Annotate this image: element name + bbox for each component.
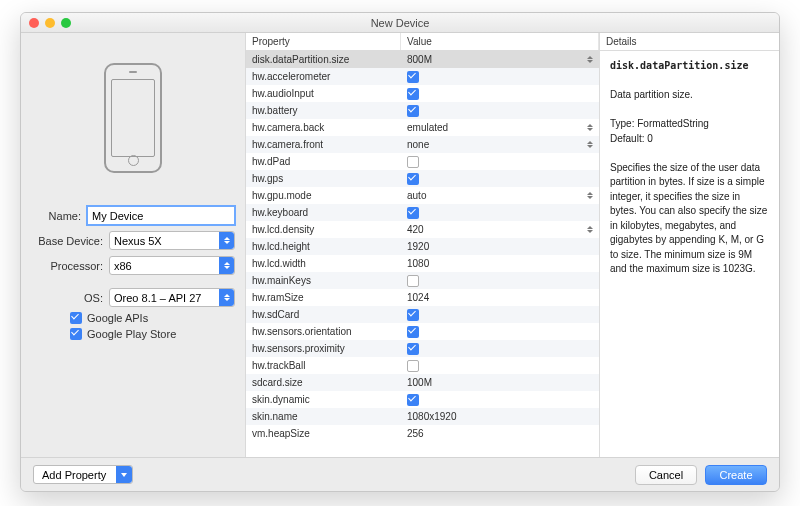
table-row[interactable]: hw.sensors.proximity [246, 340, 599, 357]
table-row[interactable]: hw.dPad [246, 153, 599, 170]
table-row[interactable]: hw.lcd.height1920 [246, 238, 599, 255]
table-row[interactable]: hw.battery [246, 102, 599, 119]
property-name: skin.name [246, 411, 401, 422]
property-name: disk.dataPartition.size [246, 54, 401, 65]
table-row[interactable]: vm.heapSize256 [246, 425, 599, 442]
stepper-icon[interactable] [587, 124, 593, 131]
value-text: 420 [407, 224, 424, 235]
value-text: 1024 [407, 292, 429, 303]
details-description: Specifies the size of the user data part… [610, 161, 769, 277]
stepper-icon[interactable] [587, 141, 593, 148]
property-name: hw.lcd.height [246, 241, 401, 252]
property-value[interactable] [401, 360, 599, 372]
processor-select[interactable]: x86 [109, 256, 235, 275]
property-value[interactable]: auto [401, 190, 599, 201]
table-row[interactable]: hw.camera.frontnone [246, 136, 599, 153]
property-name: hw.lcd.width [246, 258, 401, 269]
table-row[interactable]: hw.ramSize1024 [246, 289, 599, 306]
os-select[interactable]: Oreo 8.1 – API 27 [109, 288, 235, 307]
details-panel: Details disk.dataPartition.size Data par… [599, 33, 779, 457]
checkbox-checked-icon [407, 207, 419, 219]
table-row[interactable]: hw.audioInput [246, 85, 599, 102]
property-value[interactable] [401, 173, 599, 185]
property-value[interactable] [401, 326, 599, 338]
property-value[interactable]: 800M [401, 54, 599, 65]
checkbox-checked-icon [407, 88, 419, 100]
property-value[interactable]: 1024 [401, 292, 599, 303]
stepper-icon[interactable] [587, 226, 593, 233]
table-row[interactable]: disk.dataPartition.size800M [246, 51, 599, 68]
property-name: hw.camera.front [246, 139, 401, 150]
property-value[interactable] [401, 71, 599, 83]
property-value[interactable] [401, 394, 599, 406]
table-row[interactable]: hw.lcd.width1080 [246, 255, 599, 272]
property-value[interactable]: emulated [401, 122, 599, 133]
property-value[interactable] [401, 207, 599, 219]
property-value[interactable]: 1920 [401, 241, 599, 252]
table-row[interactable]: hw.sensors.orientation [246, 323, 599, 340]
property-value[interactable] [401, 88, 599, 100]
base-device-value: Nexus 5X [114, 235, 162, 247]
stepper-icon[interactable] [587, 192, 593, 199]
value-text: 100M [407, 377, 432, 388]
value-text: 1080 [407, 258, 429, 269]
device-illustration-icon [104, 63, 162, 173]
checkbox-checked-icon [407, 326, 419, 338]
table-row[interactable]: hw.accelerometer [246, 68, 599, 85]
property-name: hw.accelerometer [246, 71, 401, 82]
property-value[interactable] [401, 275, 599, 287]
value-text: 800M [407, 54, 432, 65]
details-title: disk.dataPartition.size [610, 59, 769, 74]
property-value[interactable]: 256 [401, 428, 599, 439]
table-row[interactable]: hw.lcd.density420 [246, 221, 599, 238]
property-value[interactable]: 1080 [401, 258, 599, 269]
processor-label: Processor: [31, 260, 103, 272]
value-text: 1080x1920 [407, 411, 457, 422]
property-name: hw.sdCard [246, 309, 401, 320]
table-row[interactable]: hw.trackBall [246, 357, 599, 374]
table-row[interactable]: hw.camera.backemulated [246, 119, 599, 136]
table-row[interactable]: sdcard.size100M [246, 374, 599, 391]
column-value[interactable]: Value [401, 33, 599, 50]
checkbox-checked-icon [70, 312, 82, 324]
table-row[interactable]: skin.dynamic [246, 391, 599, 408]
column-property[interactable]: Property [246, 33, 401, 50]
checkbox-checked-icon [407, 343, 419, 355]
chevron-updown-icon [219, 232, 234, 249]
create-button[interactable]: Create [705, 465, 767, 485]
table-row[interactable]: skin.name1080x1920 [246, 408, 599, 425]
google-play-checkbox[interactable]: Google Play Store [70, 328, 274, 340]
property-name: hw.keyboard [246, 207, 401, 218]
cancel-label: Cancel [649, 469, 683, 481]
sidebar: Name: Base Device: Nexus 5X Processor: x… [21, 33, 246, 457]
checkbox-unchecked-icon [407, 360, 419, 372]
table-row[interactable]: hw.sdCard [246, 306, 599, 323]
table-row[interactable]: hw.gps [246, 170, 599, 187]
name-input[interactable] [87, 206, 235, 225]
column-details: Details [600, 33, 779, 51]
table-row[interactable]: hw.keyboard [246, 204, 599, 221]
table-row[interactable]: hw.mainKeys [246, 272, 599, 289]
property-value[interactable]: 100M [401, 377, 599, 388]
add-property-label: Add Property [42, 469, 106, 481]
google-apis-checkbox[interactable]: Google APIs [70, 312, 274, 324]
property-value[interactable] [401, 309, 599, 321]
stepper-icon[interactable] [587, 56, 593, 63]
property-value[interactable] [401, 343, 599, 355]
property-value[interactable]: 1080x1920 [401, 411, 599, 422]
window-title: New Device [21, 17, 779, 29]
checkbox-checked-icon [407, 173, 419, 185]
base-device-select[interactable]: Nexus 5X [109, 231, 235, 250]
checkbox-checked-icon [407, 105, 419, 117]
property-value[interactable]: none [401, 139, 599, 150]
add-property-button[interactable]: Add Property [33, 465, 133, 484]
chevron-down-icon [116, 466, 132, 483]
table-row[interactable]: hw.gpu.modeauto [246, 187, 599, 204]
property-value[interactable] [401, 105, 599, 117]
checkbox-unchecked-icon [407, 275, 419, 287]
details-default: Default: 0 [610, 132, 769, 147]
property-value[interactable] [401, 156, 599, 168]
cancel-button[interactable]: Cancel [635, 465, 697, 485]
property-value[interactable]: 420 [401, 224, 599, 235]
value-text: 256 [407, 428, 424, 439]
